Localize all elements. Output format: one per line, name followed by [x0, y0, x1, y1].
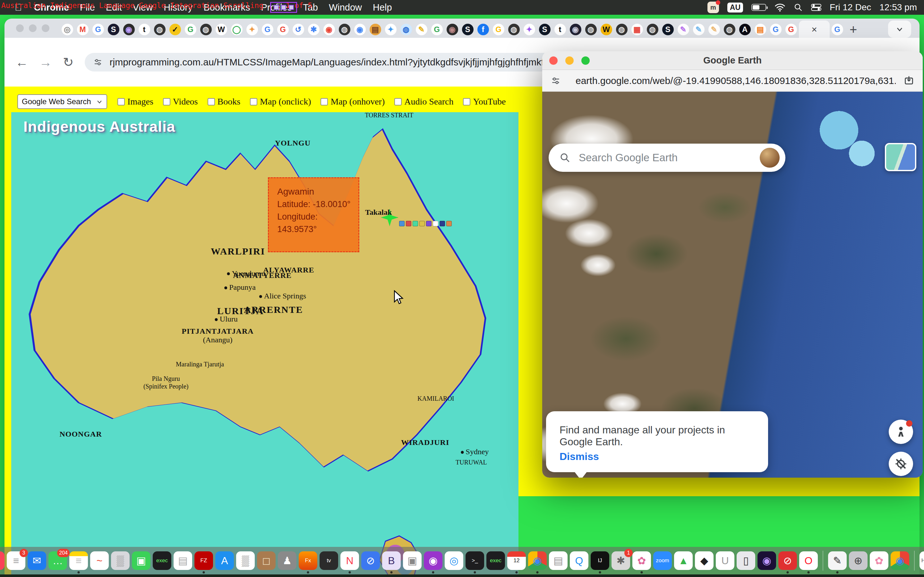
- dock-item[interactable]: ▣: [132, 551, 150, 570]
- dock-item[interactable]: ▲: [674, 551, 693, 570]
- browser-tab[interactable]: G: [275, 22, 290, 37]
- dock-item[interactable]: ✿: [870, 551, 888, 570]
- dock-item[interactable]: ◉: [424, 551, 443, 570]
- browser-tab[interactable]: t: [552, 22, 567, 37]
- browser-tab[interactable]: ✱: [306, 22, 321, 37]
- browser-tab[interactable]: ✎: [676, 22, 691, 37]
- browser-tab[interactable]: G: [90, 22, 105, 37]
- minimize-button[interactable]: [565, 56, 573, 65]
- dock-item[interactable]: ⊘: [779, 551, 797, 570]
- browser-tab[interactable]: ✦: [383, 22, 398, 37]
- control-center-icon[interactable]: [811, 3, 821, 11]
- dock-item[interactable]: zoom: [653, 551, 672, 570]
- dock-item[interactable]: ▯: [737, 551, 755, 570]
- dock-item[interactable]: IJ: [591, 551, 609, 570]
- australia-language-regions[interactable]: [21, 126, 509, 527]
- forward-button[interactable]: →: [39, 55, 52, 69]
- tab-search-chevron[interactable]: [888, 21, 911, 38]
- browser-tab[interactable]: W: [599, 22, 614, 37]
- avatar[interactable]: [760, 148, 780, 168]
- browser-tab[interactable]: S: [537, 22, 552, 37]
- browser-tab[interactable]: ↺: [291, 22, 306, 37]
- dock-item[interactable]: A: [215, 551, 234, 570]
- dismiss-button[interactable]: Dismiss: [559, 451, 599, 463]
- site-settings-icon[interactable]: [551, 76, 561, 86]
- browser-tab[interactable]: ◍: [152, 22, 167, 37]
- menu-time[interactable]: 12:53 pm: [879, 2, 917, 13]
- menu-window[interactable]: Window: [329, 2, 362, 13]
- dock-item[interactable]: ⊘: [361, 551, 380, 570]
- browser-tab[interactable]: S: [106, 22, 121, 37]
- browser-tab[interactable]: G: [830, 22, 845, 37]
- dock-item[interactable]: Fx: [299, 551, 317, 570]
- browser-tab[interactable]: S: [660, 22, 675, 37]
- dock-item[interactable]: B: [382, 551, 401, 570]
- dock-item[interactable]: ✿: [632, 551, 651, 570]
- browser-tab[interactable]: ◉: [121, 22, 136, 37]
- browser-tab[interactable]: S: [460, 22, 475, 37]
- dock-item[interactable]: ▒: [111, 551, 129, 570]
- window-controls-inactive[interactable]: [16, 24, 49, 32]
- browser-tab[interactable]: ◍: [506, 22, 521, 37]
- map-share-icons[interactable]: [399, 221, 452, 226]
- dock-item[interactable]: U: [716, 551, 734, 570]
- ge-address-bar[interactable]: earth.google.com/web/@-19.41990588,146.1…: [542, 70, 923, 91]
- browser-tab[interactable]: ✎: [691, 22, 706, 37]
- browser-tab[interactable]: ✓: [168, 22, 183, 37]
- install-app-icon[interactable]: [903, 75, 914, 86]
- site-settings-icon[interactable]: [93, 57, 103, 67]
- browser-tab[interactable]: t: [137, 22, 152, 37]
- browser-tab[interactable]: G: [783, 22, 798, 37]
- dock-item[interactable]: ✉: [27, 551, 46, 570]
- browser-tab[interactable]: ◍: [645, 22, 660, 37]
- option-checkbox-images[interactable]: Images: [118, 97, 153, 107]
- dock-item[interactable]: exec: [153, 551, 171, 570]
- dock-item[interactable]: N: [341, 551, 359, 570]
- option-checkbox-videos[interactable]: Videos: [163, 97, 198, 107]
- battery-icon[interactable]: [751, 4, 766, 11]
- dock-item[interactable]: ≡3: [7, 551, 25, 570]
- browser-tab[interactable]: ◯: [229, 22, 244, 37]
- dock-item[interactable]: ◉: [758, 551, 776, 570]
- browser-tab[interactable]: ◉: [352, 22, 367, 37]
- back-button[interactable]: ←: [15, 55, 28, 69]
- browser-tab[interactable]: ◉: [321, 22, 336, 37]
- dock-item[interactable]: ◉: [528, 551, 547, 570]
- browser-tab[interactable]: ◍: [614, 22, 629, 37]
- dock-item[interactable]: ▤: [549, 551, 567, 570]
- option-checkbox-map-onclick-[interactable]: Map (onclick): [250, 97, 311, 107]
- browser-tab[interactable]: ◎: [60, 22, 75, 37]
- dock-item[interactable]: ~: [90, 551, 109, 570]
- browser-tab[interactable]: M: [75, 22, 90, 37]
- dock-item[interactable]: exec: [486, 551, 505, 570]
- browser-tab[interactable]: ▤: [368, 22, 383, 37]
- browser-tab[interactable]: G: [491, 22, 506, 37]
- dock-item[interactable]: …204: [48, 551, 67, 570]
- browser-tab[interactable]: ◍: [198, 22, 213, 37]
- spotlight-search-icon[interactable]: [794, 3, 803, 12]
- browser-tab[interactable]: ◉: [568, 22, 583, 37]
- dock-item[interactable]: ✱1: [612, 551, 630, 570]
- zoom-button[interactable]: [582, 56, 590, 65]
- dock-item[interactable]: O: [799, 551, 818, 570]
- dock-item[interactable]: ✎: [828, 551, 846, 570]
- browser-tab[interactable]: G: [260, 22, 275, 37]
- dock-item[interactable]: ♪: [0, 551, 5, 570]
- browser-tab[interactable]: ◍: [583, 22, 598, 37]
- input-source-badge[interactable]: AU: [727, 3, 743, 13]
- dock-item[interactable]: ◆: [695, 551, 714, 570]
- option-checkbox-books[interactable]: Books: [208, 97, 241, 107]
- browser-tab[interactable]: ◍: [722, 22, 737, 37]
- dock-item[interactable]: ▤: [174, 551, 192, 570]
- browser-tab[interactable]: ✦: [522, 22, 537, 37]
- browser-tab[interactable]: f: [475, 22, 491, 37]
- dock-item[interactable]: tv: [320, 551, 338, 570]
- dock-item[interactable]: ▣: [403, 551, 422, 570]
- browser-tab[interactable]: W: [214, 22, 229, 37]
- dock-item[interactable]: ♟: [278, 551, 296, 570]
- reload-button[interactable]: ↻: [63, 55, 74, 69]
- option-checkbox-youtube[interactable]: YouTube: [463, 97, 506, 107]
- dock-item[interactable]: ▒: [236, 551, 255, 570]
- search-type-select[interactable]: Google Web Search: [17, 94, 107, 109]
- browser-tab[interactable]: ▤: [753, 22, 768, 37]
